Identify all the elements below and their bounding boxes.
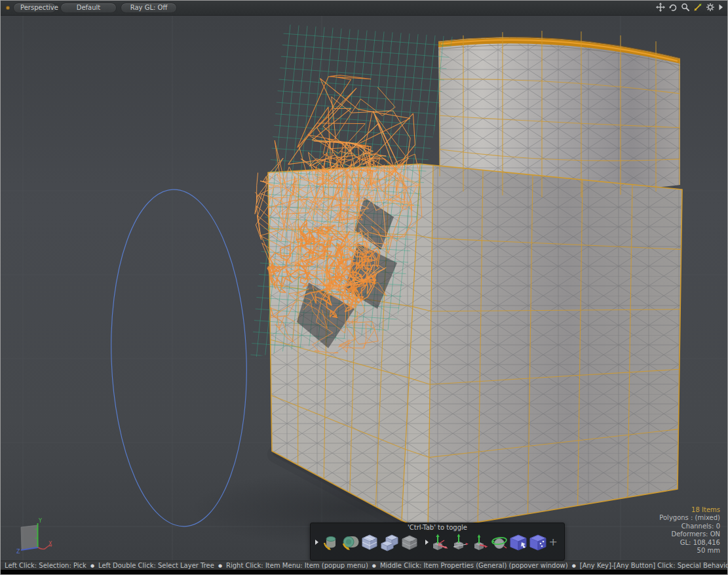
separator-dot-icon: ●	[90, 563, 94, 568]
palette-flyout-icon[interactable]	[315, 540, 318, 545]
gl-stat: GL: 108,416	[659, 539, 720, 547]
cylinder-mesh[interactable]	[438, 37, 680, 191]
tool-palette: 'Ctrl-Tab' to toggle	[310, 523, 565, 561]
rotate-icon[interactable]	[668, 3, 678, 12]
shading-style-button[interactable]: Default	[60, 3, 117, 13]
viewport-indicator-dot	[6, 6, 10, 10]
hint-middle-click: Middle Click: Item Properties (General) …	[380, 562, 568, 569]
bevel-tool-icon[interactable]	[341, 532, 359, 552]
pan-icon[interactable]	[656, 3, 665, 12]
rotate-tool-icon[interactable]	[490, 532, 508, 552]
item-move-tool-icon[interactable]	[510, 532, 528, 552]
deformers-stat: Deformers: ON	[659, 530, 720, 538]
hint-right-click: Right Click: Item Menu: Item (popup menu…	[226, 562, 368, 569]
window-bottom-strip	[1, 570, 727, 575]
extrude-tool-icon[interactable]	[321, 532, 339, 552]
hint-double-click: Left Double Click: Select Layer Tree	[98, 562, 214, 569]
separator-dot-icon: ●	[372, 563, 376, 568]
flyout-arrow-icon[interactable]	[718, 3, 723, 11]
separator-dot-icon: ●	[218, 563, 222, 568]
view-type-button[interactable]: Perspective	[13, 3, 56, 13]
settings-gear-icon[interactable]	[706, 3, 715, 12]
cube-tool-icon[interactable]	[400, 532, 419, 552]
viewport-header: Perspective Default Ray GL: Off	[1, 1, 727, 16]
mesh-cube-tool-icon[interactable]	[360, 532, 379, 552]
ray-gl-button[interactable]: Ray GL: Off	[121, 3, 177, 13]
viewport-stats: 18 Items Polygons : (mixed) Channels: 0 …	[659, 506, 720, 555]
hint-left-click: Left Click: Selection: Pick	[5, 562, 86, 569]
viewport-canvas[interactable]: Y X Z	[1, 1, 728, 575]
focal-length-stat: 50 mm	[659, 547, 720, 555]
palette-more-button[interactable]: +	[549, 537, 558, 547]
axis-x-label: X	[48, 541, 52, 547]
transform-tool-icon[interactable]	[451, 532, 469, 552]
axis-z-label: Z	[16, 549, 20, 555]
polygons-stat: Polygons : (mixed)	[659, 514, 720, 522]
axis-y-label: Y	[38, 518, 42, 524]
palette-flyout2-icon[interactable]	[425, 540, 429, 545]
fit-selected-icon[interactable]	[693, 3, 702, 12]
hint-anykey-click: [Any Key]-[Any Button] Click: Special Be…	[580, 562, 727, 569]
item-count: 18 Items	[659, 506, 720, 514]
zoom-icon[interactable]	[681, 3, 690, 12]
separator-dot-icon: ●	[572, 563, 576, 568]
axis-move-tool-icon[interactable]	[470, 532, 489, 552]
move-tool-icon[interactable]	[431, 532, 450, 552]
palette-tooltip: 'Ctrl-Tab' to toggle	[311, 523, 564, 532]
cube-array-tool-icon[interactable]	[381, 532, 399, 552]
item-transform-tool-icon[interactable]	[529, 532, 548, 552]
channels-stat: Channels: 0	[659, 523, 720, 530]
status-bar: Left Click: Selection: Pick ● Left Doubl…	[1, 561, 727, 570]
